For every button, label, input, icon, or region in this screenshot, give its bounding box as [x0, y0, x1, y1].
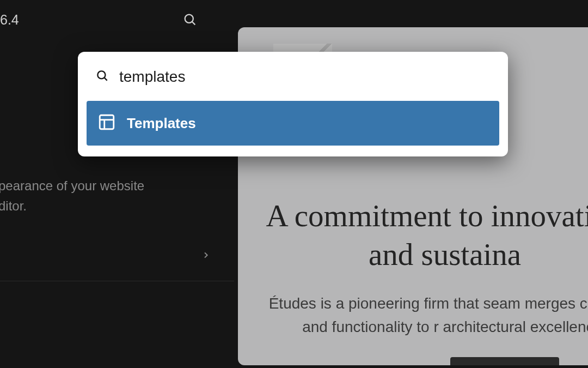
chevron-right-icon[interactable] — [201, 251, 210, 262]
command-result-templates[interactable]: Templates — [87, 101, 499, 146]
command-palette: Templates — [78, 52, 508, 156]
command-result-label: Templates — [127, 115, 196, 132]
version-label: 6.4 — [0, 12, 19, 28]
preview-button-stub — [450, 357, 559, 365]
layout-icon — [97, 113, 116, 134]
search-icon — [95, 69, 109, 85]
svg-line-3 — [104, 77, 107, 80]
command-search-input[interactable] — [119, 68, 491, 86]
svg-rect-4 — [100, 115, 114, 129]
command-search-row — [78, 57, 508, 96]
svg-point-2 — [97, 71, 105, 79]
svg-line-1 — [192, 22, 195, 25]
svg-point-0 — [185, 15, 193, 23]
preview-heading: A commitment to innovation and sustaina — [249, 196, 588, 274]
preview-body: Études is a pioneering firm that seam me… — [257, 292, 588, 339]
search-icon[interactable] — [182, 12, 198, 29]
sidebar-divider — [0, 281, 234, 281]
sidebar-description: pearance of your website ditor. — [0, 176, 144, 216]
